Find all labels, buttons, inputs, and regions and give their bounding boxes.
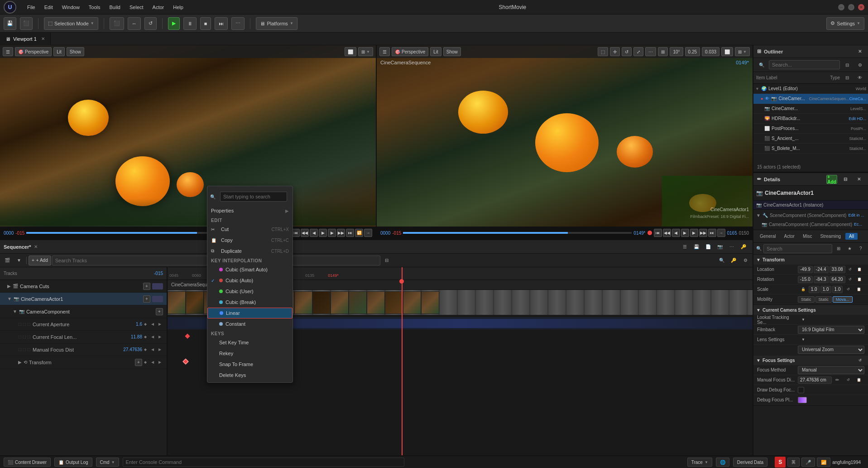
outliner-search-input[interactable] bbox=[769, 60, 840, 69]
outliner-postprocess[interactable]: ⬜ PostProces... PostPr... bbox=[753, 124, 868, 134]
vp-prev-frame-btn[interactable]: ◀ bbox=[310, 229, 318, 237]
rotation-z[interactable]: 64.20 bbox=[830, 276, 845, 283]
vp-back-btn[interactable]: ◀◀ bbox=[301, 229, 309, 237]
scene-comp-edit[interactable]: Edit in ... bbox=[848, 213, 864, 217]
details-tab-general[interactable]: General bbox=[756, 233, 780, 240]
output-log-btn[interactable]: 📋 Output Log bbox=[54, 458, 92, 467]
menu-select[interactable]: Select bbox=[126, 3, 147, 12]
location-reset[interactable]: ↺ bbox=[845, 265, 855, 275]
focal-key-icon[interactable]: ◆ bbox=[142, 334, 149, 340]
vp2-speed-btn[interactable]: 0.25 bbox=[685, 47, 700, 56]
focal-next-icon[interactable]: ▶ bbox=[157, 334, 163, 340]
focal-prev-icon[interactable]: ◀ bbox=[149, 334, 156, 340]
trace-btn[interactable]: Trace ▼ bbox=[687, 458, 712, 467]
details-view-btn[interactable]: ⊞ bbox=[834, 244, 843, 254]
draw-debug-checkbox[interactable] bbox=[798, 387, 804, 393]
seq-tb-more-btn[interactable]: ▼ bbox=[14, 256, 24, 265]
details-search-input[interactable] bbox=[763, 244, 832, 253]
details-tab-actor[interactable]: Actor bbox=[781, 233, 798, 240]
outliner-close[interactable]: ✕ bbox=[855, 47, 864, 56]
cm-delete-keys[interactable]: Delete Keys bbox=[207, 370, 293, 381]
cam-comp-edit[interactable]: Ec... bbox=[854, 222, 862, 227]
track-camera-component[interactable]: ▼ 📷 CameraComponent + bbox=[0, 305, 167, 318]
seq-keying-btn[interactable]: 🔑 bbox=[738, 242, 749, 252]
seq-view-btn[interactable]: 🎬 bbox=[2, 256, 13, 265]
focus-reset-btn[interactable]: ↺ bbox=[854, 355, 865, 365]
play-btn[interactable]: ▶ bbox=[168, 17, 180, 30]
rotation-reset[interactable]: ↺ bbox=[845, 275, 855, 285]
seq-menu-btn[interactable]: ☰ bbox=[679, 242, 690, 252]
camera-settings-header[interactable]: ▼ Current Camera Settings bbox=[753, 305, 868, 315]
rotation-y[interactable]: -84.3 bbox=[814, 276, 829, 283]
outliner-ancient[interactable]: ⬛ S_Ancient_... StaticM... bbox=[753, 134, 868, 144]
mobility-movable[interactable]: Mova... bbox=[833, 296, 853, 303]
cm-rekey[interactable]: Rekey bbox=[207, 348, 293, 359]
vp2-fwd-btn[interactable]: ▶▶ bbox=[699, 229, 707, 237]
vp2-grid-btn[interactable]: ⊞ bbox=[658, 47, 668, 56]
viewport1-close[interactable]: ✕ bbox=[41, 36, 45, 41]
console-input[interactable] bbox=[123, 458, 405, 467]
cm-cut[interactable]: ✂ Cut CTRL+X bbox=[207, 224, 293, 235]
menu-help[interactable]: Help bbox=[169, 3, 187, 12]
vp-loop-btn[interactable]: 🔁 bbox=[355, 229, 363, 237]
cm-copy[interactable]: 📋 Copy CTRL+C bbox=[207, 235, 293, 246]
cm-constant[interactable]: Constant bbox=[207, 318, 293, 329]
track-transform[interactable]: ▶ ⟲ Transform + ◆ ◀ ▶ bbox=[0, 356, 167, 369]
cm-linear[interactable]: Linear bbox=[207, 308, 293, 318]
stop-btn[interactable]: ■ bbox=[200, 17, 211, 30]
scale-x[interactable]: 1.0 bbox=[809, 286, 820, 293]
content-browser-btn[interactable]: ⬛ bbox=[20, 17, 33, 30]
vp2-prev-btn[interactable]: ⏮ bbox=[654, 229, 662, 237]
english-btn[interactable]: 英 bbox=[787, 458, 800, 467]
cm-cubic-user[interactable]: Cubic (User) bbox=[207, 286, 293, 297]
outliner-level1[interactable]: ▼ 🌍 Level1 (Editor) World bbox=[753, 84, 868, 94]
vp-maximize-btn[interactable]: ⬜ bbox=[345, 47, 356, 56]
mobility-static1[interactable]: Static bbox=[798, 296, 815, 303]
location-x[interactable]: -49.9 bbox=[798, 266, 813, 273]
vp2-fov-btn[interactable]: 0.033 bbox=[702, 47, 719, 56]
ue-logo[interactable]: U bbox=[4, 1, 16, 14]
maximize-btn[interactable]: □ bbox=[848, 4, 854, 10]
location-y[interactable]: -24.4 bbox=[814, 266, 829, 273]
track-focal-length[interactable]: ⬚ ⬚ ⬚ Current Focal Len... 11.88 ◆ ◀ ▶ bbox=[0, 331, 167, 343]
vp-fwd-btn[interactable]: ▶▶ bbox=[337, 229, 345, 237]
aperture-next-icon[interactable]: ▶ bbox=[157, 321, 163, 328]
track-cine-camera[interactable]: ▼ 📷 CineCameraActor1 + bbox=[0, 293, 167, 305]
wifi-btn[interactable]: 📶 bbox=[817, 458, 830, 467]
focus-key-icon[interactable]: ◆ bbox=[142, 347, 149, 353]
vp-lit-btn[interactable]: Lit bbox=[53, 47, 65, 56]
details-star-btn[interactable]: ★ bbox=[845, 244, 854, 254]
focus-picker-btn[interactable]: ✏ bbox=[832, 375, 843, 385]
manual-focus-value[interactable]: 27.47636 cm bbox=[798, 376, 832, 384]
details-close[interactable]: ✕ bbox=[854, 174, 864, 184]
minimize-btn[interactable]: ─ bbox=[838, 4, 844, 10]
scale-copy[interactable]: 📋 bbox=[854, 285, 864, 294]
focus-method-select[interactable]: Manual bbox=[798, 366, 864, 374]
vp2-hamburger-btn[interactable]: ☰ bbox=[379, 47, 390, 56]
vp2-loop-btn[interactable]: → bbox=[717, 229, 725, 237]
cine-cam-vis-icon[interactable]: 👁 bbox=[765, 96, 769, 101]
menu-actor[interactable]: Actor bbox=[149, 3, 168, 12]
menu-build[interactable]: Build bbox=[106, 3, 124, 12]
vp2-maximize-btn[interactable]: ⬜ bbox=[721, 47, 733, 56]
save-btn[interactable]: 💾 bbox=[4, 17, 16, 30]
seq-newseq-btn[interactable]: 📄 bbox=[703, 242, 714, 252]
tab-viewport1[interactable]: 🖥 Viewport 1 ✕ bbox=[0, 33, 51, 45]
rotation-copy[interactable]: 📋 bbox=[855, 275, 864, 285]
sequencer-close[interactable]: ✕ bbox=[34, 244, 38, 249]
mobility-static2[interactable]: Static bbox=[815, 296, 832, 303]
vp2-play-btn[interactable]: ▶ bbox=[681, 229, 689, 237]
vp-play-btn[interactable]: ▶ bbox=[319, 229, 327, 237]
scale-y[interactable]: 1.0 bbox=[820, 286, 831, 293]
vp2-layout-btn[interactable]: ⊞ ▼ bbox=[735, 47, 750, 56]
vp-nav-btn[interactable]: → bbox=[364, 229, 372, 237]
focus-settings-header[interactable]: ▼ Focus Settings ↺ bbox=[753, 355, 868, 365]
network-btn[interactable]: 🌐 bbox=[716, 458, 729, 467]
vp2-lit-btn[interactable]: Lit bbox=[430, 47, 441, 56]
track-camera-cuts[interactable]: ▶ 🎬 Camera Cuts + bbox=[0, 280, 167, 293]
focus-prev-icon[interactable]: ◀ bbox=[149, 347, 156, 353]
seq-zoom-in-btn[interactable]: 🔍 bbox=[716, 256, 727, 265]
focus-next-icon[interactable]: ▶ bbox=[157, 347, 163, 353]
outliner-col-btn[interactable]: ⊟ bbox=[842, 73, 853, 83]
vp2-select-btn[interactable]: ⬚ bbox=[598, 47, 608, 56]
